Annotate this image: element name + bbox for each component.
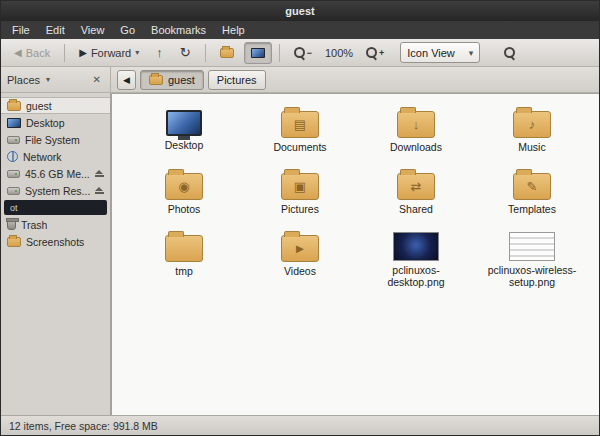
statusbar: 12 items, Free space: 991.8 MB (1, 415, 599, 435)
sidebar-item-trash[interactable]: Trash (1, 216, 110, 233)
menu-bookmarks[interactable]: Bookmarks (144, 23, 213, 37)
places-dropdown-icon[interactable]: ▾ (46, 75, 50, 84)
search-icon (504, 47, 516, 59)
sidebar-item-volume-dark[interactable]: ot (4, 200, 107, 215)
sidebar-label: ot (10, 203, 18, 213)
window-title: guest (285, 5, 314, 17)
sidebar-label: File System (25, 134, 80, 146)
zoom-level: 100% (322, 47, 356, 59)
file-templates[interactable]: ✎ Templates (474, 164, 590, 226)
sidebar-item-guest[interactable]: guest (1, 97, 110, 114)
file-label: Music (518, 141, 545, 153)
sidebar-item-network[interactable]: Network (1, 148, 110, 165)
search-button[interactable] (497, 42, 523, 64)
file-downloads[interactable]: ↓ Downloads (358, 102, 474, 164)
folder-icon: ✎ (513, 173, 551, 200)
places-title[interactable]: Places (7, 74, 40, 86)
folder-icon (7, 101, 21, 111)
file-view[interactable]: Desktop ▤ Documents ↓ Downloads ♪ Music … (111, 93, 599, 415)
path-label: guest (168, 74, 195, 86)
refresh-button[interactable]: ↻ (173, 42, 198, 64)
eject-button[interactable] (95, 186, 104, 195)
file-shared[interactable]: ⇄ Shared (358, 164, 474, 226)
trash-icon (7, 220, 16, 230)
file-videos[interactable]: ► Videos (242, 226, 358, 288)
file-music[interactable]: ♪ Music (474, 102, 590, 164)
file-manager-window: guest File Edit View Go Bookmarks Help ◀… (0, 0, 600, 436)
file-documents[interactable]: ▤ Documents (242, 102, 358, 164)
desktop-icon (251, 48, 265, 58)
folder-icon: ► (281, 235, 319, 262)
path-button-guest[interactable]: guest (140, 70, 204, 90)
file-label: Desktop (165, 139, 204, 151)
home-folder-icon (220, 48, 234, 58)
folder-icon: ◉ (165, 173, 203, 200)
sidebar-item-file-system[interactable]: File System (1, 131, 110, 148)
view-mode-select[interactable]: Icon View ▾ (400, 42, 480, 63)
minus-sign: − (307, 48, 312, 58)
zoom-in-button[interactable]: + (359, 42, 391, 64)
file-desktop[interactable]: Desktop (126, 102, 242, 164)
path-row: Places ▾ ✕ ◀ guest Pictures (1, 67, 599, 93)
menu-file[interactable]: File (5, 23, 37, 37)
zoom-out-button[interactable]: − (287, 42, 319, 64)
folder-icon: ▤ (281, 111, 319, 138)
up-button[interactable]: ↑ (149, 42, 170, 64)
image-thumbnail (393, 232, 439, 261)
sidebar-item-system-reserved[interactable]: System Res... (1, 182, 110, 199)
folder-icon: ♪ (513, 111, 551, 138)
file-photos[interactable]: ◉ Photos (126, 164, 242, 226)
sidebar-label: Network (23, 151, 62, 163)
menu-edit[interactable]: Edit (39, 23, 72, 37)
desktop-icon (166, 110, 202, 136)
folder-icon (7, 237, 21, 247)
window-body: guest Desktop File System Network 45.6 G… (1, 93, 599, 415)
folder-icon: ⇄ (397, 173, 435, 200)
back-button[interactable]: ◀ Back (7, 42, 57, 64)
sidebar-label: 45.6 GB Me... (25, 168, 90, 180)
folder-icon (149, 75, 163, 85)
menu-go[interactable]: Go (113, 23, 142, 37)
forward-button[interactable]: ▶ Forward ▾ (72, 42, 146, 64)
forward-dropdown-icon[interactable]: ▾ (135, 48, 139, 57)
home-button[interactable] (213, 42, 241, 64)
folder-icon (165, 235, 203, 262)
sidebar-label: Desktop (26, 117, 65, 129)
pictures-emblem-icon: ▣ (282, 174, 318, 199)
drive-icon (7, 170, 20, 178)
downloads-emblem-icon: ↓ (398, 112, 434, 137)
file-label: pclinuxos-wireless-setup.png (480, 264, 584, 288)
path-button-pictures[interactable]: Pictures (208, 70, 266, 90)
close-icon[interactable]: ✕ (90, 74, 104, 85)
file-label: pclinuxos-desktop.png (364, 264, 468, 288)
image-thumbnail (509, 232, 555, 261)
drive-icon (7, 136, 20, 144)
back-arrow-icon: ◀ (14, 47, 22, 58)
sidebar-item-screenshots[interactable]: Screenshots (1, 233, 110, 250)
menubar: File Edit View Go Bookmarks Help (1, 21, 599, 39)
sidebar-item-volume-456gb[interactable]: 45.6 GB Me... (1, 165, 110, 182)
plus-sign: + (379, 48, 384, 58)
desktop-view-button[interactable] (244, 42, 272, 64)
photos-emblem-icon: ◉ (166, 174, 202, 199)
pathbar: ◀ guest Pictures (111, 67, 599, 92)
menu-help[interactable]: Help (215, 23, 252, 37)
file-pclinuxos-wireless-setup-png[interactable]: pclinuxos-wireless-setup.png (474, 226, 590, 288)
back-label: Back (26, 47, 50, 59)
zoom-out-icon (294, 47, 306, 59)
places-sidebar: guest Desktop File System Network 45.6 G… (1, 93, 111, 415)
file-label: Pictures (281, 203, 319, 215)
file-pclinuxos-desktop-png[interactable]: pclinuxos-desktop.png (358, 226, 474, 288)
file-label: Documents (273, 141, 326, 153)
file-label: Templates (508, 203, 556, 215)
videos-emblem-icon: ► (282, 236, 318, 261)
titlebar[interactable]: guest (1, 1, 599, 21)
file-tmp[interactable]: tmp (126, 226, 242, 288)
sidebar-item-desktop[interactable]: Desktop (1, 114, 110, 131)
path-scroll-left-button[interactable]: ◀ (117, 70, 136, 90)
file-pictures[interactable]: ▣ Pictures (242, 164, 358, 226)
eject-button[interactable] (95, 169, 104, 178)
places-header: Places ▾ ✕ (1, 67, 111, 92)
menu-view[interactable]: View (74, 23, 112, 37)
file-label: Downloads (390, 141, 442, 153)
